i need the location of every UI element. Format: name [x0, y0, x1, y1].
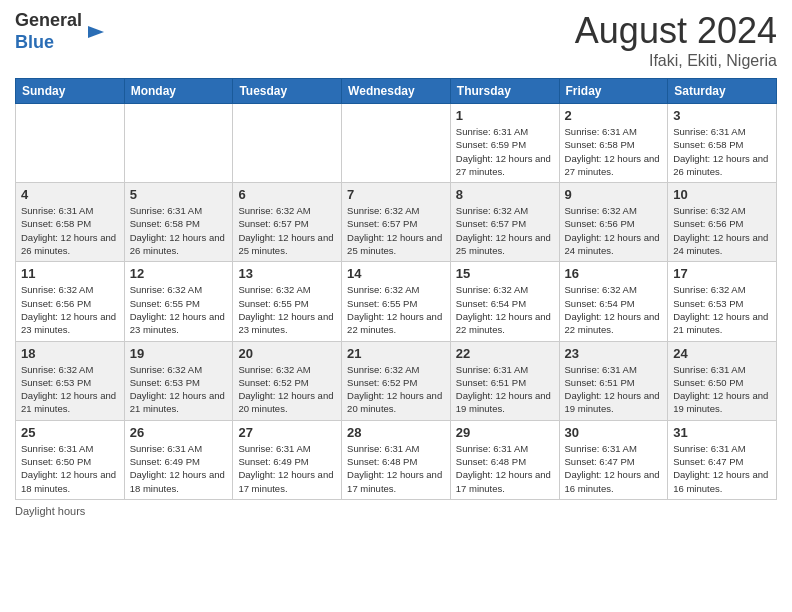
day-info: Sunrise: 6:32 AM Sunset: 6:52 PM Dayligh…	[238, 363, 336, 416]
day-number: 18	[21, 346, 119, 361]
col-header-wednesday: Wednesday	[342, 79, 451, 104]
calendar-cell: 7Sunrise: 6:32 AM Sunset: 6:57 PM Daylig…	[342, 183, 451, 262]
day-info: Sunrise: 6:31 AM Sunset: 6:59 PM Dayligh…	[456, 125, 554, 178]
day-number: 7	[347, 187, 445, 202]
day-number: 8	[456, 187, 554, 202]
calendar-cell: 6Sunrise: 6:32 AM Sunset: 6:57 PM Daylig…	[233, 183, 342, 262]
day-number: 13	[238, 266, 336, 281]
day-info: Sunrise: 6:31 AM Sunset: 6:47 PM Dayligh…	[673, 442, 771, 495]
day-number: 25	[21, 425, 119, 440]
day-number: 1	[456, 108, 554, 123]
day-number: 19	[130, 346, 228, 361]
day-number: 30	[565, 425, 663, 440]
day-info: Sunrise: 6:31 AM Sunset: 6:51 PM Dayligh…	[456, 363, 554, 416]
calendar-cell: 3Sunrise: 6:31 AM Sunset: 6:58 PM Daylig…	[668, 104, 777, 183]
day-info: Sunrise: 6:32 AM Sunset: 6:53 PM Dayligh…	[673, 283, 771, 336]
day-number: 4	[21, 187, 119, 202]
day-info: Sunrise: 6:31 AM Sunset: 6:58 PM Dayligh…	[21, 204, 119, 257]
calendar-cell	[124, 104, 233, 183]
day-info: Sunrise: 6:32 AM Sunset: 6:57 PM Dayligh…	[238, 204, 336, 257]
day-info: Sunrise: 6:31 AM Sunset: 6:50 PM Dayligh…	[21, 442, 119, 495]
location: Ifaki, Ekiti, Nigeria	[575, 52, 777, 70]
day-info: Sunrise: 6:32 AM Sunset: 6:52 PM Dayligh…	[347, 363, 445, 416]
calendar-cell	[342, 104, 451, 183]
calendar-cell: 8Sunrise: 6:32 AM Sunset: 6:57 PM Daylig…	[450, 183, 559, 262]
calendar-cell: 4Sunrise: 6:31 AM Sunset: 6:58 PM Daylig…	[16, 183, 125, 262]
calendar-week-row: 1Sunrise: 6:31 AM Sunset: 6:59 PM Daylig…	[16, 104, 777, 183]
col-header-monday: Monday	[124, 79, 233, 104]
calendar-cell: 25Sunrise: 6:31 AM Sunset: 6:50 PM Dayli…	[16, 420, 125, 499]
calendar-cell: 22Sunrise: 6:31 AM Sunset: 6:51 PM Dayli…	[450, 341, 559, 420]
day-info: Sunrise: 6:32 AM Sunset: 6:54 PM Dayligh…	[456, 283, 554, 336]
day-number: 17	[673, 266, 771, 281]
day-info: Sunrise: 6:32 AM Sunset: 6:57 PM Dayligh…	[456, 204, 554, 257]
day-number: 5	[130, 187, 228, 202]
calendar-cell: 14Sunrise: 6:32 AM Sunset: 6:55 PM Dayli…	[342, 262, 451, 341]
calendar-cell: 9Sunrise: 6:32 AM Sunset: 6:56 PM Daylig…	[559, 183, 668, 262]
day-number: 21	[347, 346, 445, 361]
day-info: Sunrise: 6:31 AM Sunset: 6:50 PM Dayligh…	[673, 363, 771, 416]
logo-arrow-icon	[86, 22, 106, 42]
page: General Blue August 2024 Ifaki, Ekiti, N…	[0, 0, 792, 612]
day-number: 20	[238, 346, 336, 361]
day-info: Sunrise: 6:31 AM Sunset: 6:51 PM Dayligh…	[565, 363, 663, 416]
day-number: 15	[456, 266, 554, 281]
day-number: 31	[673, 425, 771, 440]
day-number: 16	[565, 266, 663, 281]
day-info: Sunrise: 6:32 AM Sunset: 6:57 PM Dayligh…	[347, 204, 445, 257]
calendar-header-row: SundayMondayTuesdayWednesdayThursdayFrid…	[16, 79, 777, 104]
day-info: Sunrise: 6:32 AM Sunset: 6:56 PM Dayligh…	[673, 204, 771, 257]
day-info: Sunrise: 6:32 AM Sunset: 6:55 PM Dayligh…	[347, 283, 445, 336]
calendar-cell: 5Sunrise: 6:31 AM Sunset: 6:58 PM Daylig…	[124, 183, 233, 262]
calendar-cell: 21Sunrise: 6:32 AM Sunset: 6:52 PM Dayli…	[342, 341, 451, 420]
day-info: Sunrise: 6:31 AM Sunset: 6:49 PM Dayligh…	[238, 442, 336, 495]
day-info: Sunrise: 6:32 AM Sunset: 6:55 PM Dayligh…	[238, 283, 336, 336]
day-info: Sunrise: 6:31 AM Sunset: 6:48 PM Dayligh…	[456, 442, 554, 495]
day-info: Sunrise: 6:31 AM Sunset: 6:58 PM Dayligh…	[673, 125, 771, 178]
calendar-cell: 12Sunrise: 6:32 AM Sunset: 6:55 PM Dayli…	[124, 262, 233, 341]
calendar-cell: 24Sunrise: 6:31 AM Sunset: 6:50 PM Dayli…	[668, 341, 777, 420]
day-number: 10	[673, 187, 771, 202]
calendar-cell: 18Sunrise: 6:32 AM Sunset: 6:53 PM Dayli…	[16, 341, 125, 420]
day-number: 2	[565, 108, 663, 123]
calendar: SundayMondayTuesdayWednesdayThursdayFrid…	[15, 78, 777, 500]
day-info: Sunrise: 6:31 AM Sunset: 6:58 PM Dayligh…	[130, 204, 228, 257]
calendar-cell: 17Sunrise: 6:32 AM Sunset: 6:53 PM Dayli…	[668, 262, 777, 341]
col-header-friday: Friday	[559, 79, 668, 104]
calendar-cell: 30Sunrise: 6:31 AM Sunset: 6:47 PM Dayli…	[559, 420, 668, 499]
day-number: 11	[21, 266, 119, 281]
calendar-cell: 26Sunrise: 6:31 AM Sunset: 6:49 PM Dayli…	[124, 420, 233, 499]
calendar-cell: 19Sunrise: 6:32 AM Sunset: 6:53 PM Dayli…	[124, 341, 233, 420]
calendar-week-row: 25Sunrise: 6:31 AM Sunset: 6:50 PM Dayli…	[16, 420, 777, 499]
calendar-cell: 29Sunrise: 6:31 AM Sunset: 6:48 PM Dayli…	[450, 420, 559, 499]
col-header-thursday: Thursday	[450, 79, 559, 104]
calendar-week-row: 11Sunrise: 6:32 AM Sunset: 6:56 PM Dayli…	[16, 262, 777, 341]
calendar-cell: 27Sunrise: 6:31 AM Sunset: 6:49 PM Dayli…	[233, 420, 342, 499]
calendar-cell: 20Sunrise: 6:32 AM Sunset: 6:52 PM Dayli…	[233, 341, 342, 420]
day-info: Sunrise: 6:31 AM Sunset: 6:47 PM Dayligh…	[565, 442, 663, 495]
day-info: Sunrise: 6:31 AM Sunset: 6:49 PM Dayligh…	[130, 442, 228, 495]
calendar-cell: 15Sunrise: 6:32 AM Sunset: 6:54 PM Dayli…	[450, 262, 559, 341]
day-info: Sunrise: 6:32 AM Sunset: 6:53 PM Dayligh…	[130, 363, 228, 416]
calendar-cell: 2Sunrise: 6:31 AM Sunset: 6:58 PM Daylig…	[559, 104, 668, 183]
day-info: Sunrise: 6:32 AM Sunset: 6:56 PM Dayligh…	[565, 204, 663, 257]
day-number: 14	[347, 266, 445, 281]
day-info: Sunrise: 6:32 AM Sunset: 6:56 PM Dayligh…	[21, 283, 119, 336]
col-header-tuesday: Tuesday	[233, 79, 342, 104]
calendar-cell: 31Sunrise: 6:31 AM Sunset: 6:47 PM Dayli…	[668, 420, 777, 499]
day-number: 27	[238, 425, 336, 440]
calendar-cell: 28Sunrise: 6:31 AM Sunset: 6:48 PM Dayli…	[342, 420, 451, 499]
day-info: Sunrise: 6:32 AM Sunset: 6:54 PM Dayligh…	[565, 283, 663, 336]
calendar-cell: 10Sunrise: 6:32 AM Sunset: 6:56 PM Dayli…	[668, 183, 777, 262]
day-number: 3	[673, 108, 771, 123]
day-number: 9	[565, 187, 663, 202]
day-number: 24	[673, 346, 771, 361]
calendar-cell: 11Sunrise: 6:32 AM Sunset: 6:56 PM Dayli…	[16, 262, 125, 341]
svg-marker-0	[88, 26, 104, 38]
day-number: 6	[238, 187, 336, 202]
day-number: 22	[456, 346, 554, 361]
day-info: Sunrise: 6:31 AM Sunset: 6:58 PM Dayligh…	[565, 125, 663, 178]
logo-text: General Blue	[15, 10, 82, 53]
day-number: 23	[565, 346, 663, 361]
day-info: Sunrise: 6:32 AM Sunset: 6:55 PM Dayligh…	[130, 283, 228, 336]
